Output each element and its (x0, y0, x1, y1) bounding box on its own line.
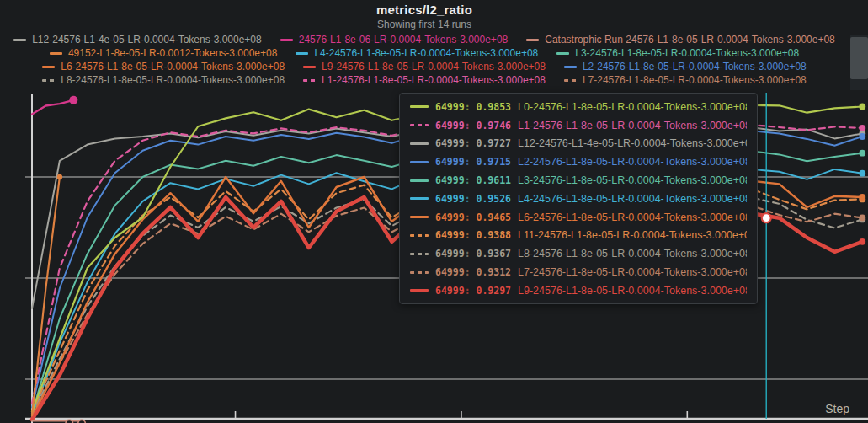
tooltip-run-name: L2-24576-L1-8e-05-LR-0.0004-Tokens-3.000… (518, 156, 747, 168)
tooltip-row: 64999: 0.9746L1-24576-L1-8e-05-LR-0.0004… (410, 116, 747, 135)
legend-item[interactable]: Catastrophic Run 24576-L1-8e-05-LR-0.000… (526, 34, 835, 46)
series-end-dot (859, 125, 865, 131)
tooltip-swatch-icon (410, 197, 429, 200)
tooltip-run-name: L6-24576-L1-8e-05-LR-0.0004-Tokens-3.000… (518, 212, 747, 223)
legend-scrollbar-thumb[interactable] (850, 37, 868, 79)
tooltip-row: 64999: 0.9367L8-24576-L1-8e-05-LR-0.0004… (410, 244, 747, 263)
legend-row: 49152-L1-8e-05-LR-0.0012-Tokens-3.000e+0… (0, 46, 849, 60)
tooltip-swatch-icon (410, 289, 429, 292)
series-end-dot (859, 238, 865, 245)
tooltip-row: 64999: 0.9715L2-24576-L1-8e-05-LR-0.0004… (410, 153, 747, 171)
legend-item[interactable]: L4-24576-L1-8e-05-LR-0.0004-Tokens-3.000… (296, 47, 538, 59)
legend-swatch-icon (50, 52, 62, 55)
legend-swatch-icon (556, 52, 569, 55)
tooltip-run-name: L1-24576-L1-8e-05-LR-0.0004-Tokens-3.000… (518, 120, 747, 131)
series-end-dot (859, 215, 865, 222)
legend-item[interactable]: L8-24576-L1-8e-05-LR-0.0004-Tokens-3.000… (42, 74, 285, 86)
legend-swatch-icon (296, 52, 308, 55)
metrics-panel: metrics/l2_ratio Showing first 14 runs L… (0, 0, 868, 423)
legend-label: L8-24576-L1-8e-05-LR-0.0004-Tokens-3.000… (61, 74, 285, 86)
tooltip-run-name: L0-24576-L1-8e-05-LR-0.0004-Tokens-3.000… (518, 101, 747, 113)
tooltip-row: 64999: 0.9388L11-24576-L1-8e-05-LR-0.000… (410, 227, 747, 245)
tooltip-run-name: L8-24576-L1-8e-05-LR-0.0004-Tokens-3.000… (518, 248, 747, 260)
tooltip-swatch-icon (410, 142, 429, 145)
tooltip-run-name: L4-24576-L1-8e-05-LR-0.0004-Tokens-3.000… (518, 193, 747, 205)
tooltip-swatch-icon (410, 105, 429, 108)
tooltip-run-name: L12-24576-L1-4e-05-LR-0.0004-Tokens-3.00… (518, 137, 747, 149)
tooltip-step-value: 64999: 0.9388 (435, 229, 511, 241)
legend-swatch-icon (564, 79, 577, 82)
tooltip-step-value: 64999: 0.9312 (435, 266, 511, 278)
tooltip-step-value: 64999: 0.9853 (435, 101, 511, 113)
tooltip-swatch-icon (410, 253, 429, 255)
legend-label: L9-24576-L1-8e-05-LR-0.0004-Tokens-3.000… (322, 61, 546, 72)
hover-tooltip: 64999: 0.9853L0-24576-L1-8e-05-LR-0.0004… (399, 93, 758, 304)
tooltip-step-value: 64999: 0.9526 (435, 193, 511, 205)
legend-item[interactable]: L12-24576-L1-4e-05-LR-0.0004-Tokens-3.00… (13, 34, 262, 46)
legend-label: 24576-L1-8e-06-LR-0.0004-Tokens-3.000e+0… (299, 34, 509, 46)
tooltip-step-value: 64999: 0.9715 (435, 156, 511, 168)
tooltip-swatch-icon (410, 179, 429, 182)
series-end-dot (859, 133, 865, 140)
tooltip-row: 64999: 0.9297L9-24576-L1-8e-05-LR-0.0004… (410, 281, 747, 300)
legend-item[interactable]: L3-24576-L1-8e-05-LR-0.0004-Tokens-3.000… (556, 47, 799, 59)
legend-item[interactable]: L9-24576-L1-8e-05-LR-0.0004-Tokens-3.000… (303, 61, 546, 72)
legend-swatch-icon (526, 39, 539, 41)
tooltip-row: 64999: 0.9465L6-24576-L1-8e-05-LR-0.0004… (410, 208, 747, 227)
tooltip-step-value: 64999: 0.9297 (435, 285, 511, 297)
tooltip-run-name: L9-24576-L1-8e-05-LR-0.0004-Tokens-3.000… (518, 285, 747, 297)
series-end-dot (69, 96, 77, 104)
legend-label: L4-24576-L1-8e-05-LR-0.0004-Tokens-3.000… (314, 47, 538, 59)
series-line (32, 100, 73, 115)
tooltip-row: 64999: 0.9727L12-24576-L1-4e-05-LR-0.000… (410, 135, 747, 153)
legend-item[interactable]: 24576-L1-8e-06-LR-0.0004-Tokens-3.000e+0… (280, 34, 509, 46)
x-axis-label: Step (825, 402, 849, 415)
tooltip-run-name: L11-24576-L1-8e-05-LR-0.0004-Tokens-3.00… (518, 229, 747, 241)
legend-label: L6-24576-L1-8e-05-LR-0.0004-Tokens-3.000… (61, 61, 285, 72)
legend-swatch-icon (564, 66, 577, 68)
legend-label: L1-24576-L1-8e-05-LR-0.0004-Tokens-3.000… (322, 74, 546, 86)
hovered-point[interactable] (762, 213, 771, 222)
tooltip-step-value: 64999: 0.9746 (435, 120, 511, 131)
tooltip-swatch-icon (410, 216, 429, 218)
tooltip-swatch-icon (410, 234, 429, 237)
series-point-marker (78, 420, 86, 423)
legend-item[interactable]: L1-24576-L1-8e-05-LR-0.0004-Tokens-3.000… (303, 74, 546, 86)
tooltip-swatch-icon (410, 271, 429, 274)
legend-item[interactable]: L2-24576-L1-8e-05-LR-0.0004-Tokens-3.000… (564, 61, 807, 72)
legend-row: L6-24576-L1-8e-05-LR-0.0004-Tokens-3.000… (0, 60, 849, 73)
legend-swatch-icon (13, 39, 26, 41)
legend-item[interactable]: 49152-L1-8e-05-LR-0.0012-Tokens-3.000e+0… (50, 47, 278, 59)
legend-label: L7-24576-L1-8e-05-LR-0.0004-Tokens-3.000… (583, 74, 807, 86)
tooltip-step-value: 64999: 0.9727 (435, 137, 511, 149)
legend-swatch-icon (280, 39, 293, 41)
legend-label: L2-24576-L1-8e-05-LR-0.0004-Tokens-3.000… (583, 61, 807, 72)
legend-row: L12-24576-L1-4e-05-LR-0.0004-Tokens-3.00… (0, 33, 849, 46)
legend-swatch-icon (42, 79, 55, 82)
legend-label: 49152-L1-8e-05-LR-0.0012-Tokens-3.000e+0… (68, 47, 278, 59)
series-point-marker (66, 420, 73, 423)
series-end-dot (859, 104, 865, 110)
legend-item[interactable]: L6-24576-L1-8e-05-LR-0.0004-Tokens-3.000… (42, 61, 285, 72)
legend-swatch-icon (303, 79, 316, 82)
tooltip-step-value: 64999: 0.9367 (435, 248, 511, 260)
tooltip-step-value: 64999: 0.9611 (435, 174, 511, 186)
tooltip-row: 64999: 0.9312L7-24576-L1-8e-05-LR-0.0004… (410, 263, 747, 281)
tooltip-row: 64999: 0.9853L0-24576-L1-8e-05-LR-0.0004… (410, 98, 747, 116)
tooltip-swatch-icon (410, 161, 429, 163)
legend-label: L12-24576-L1-4e-05-LR-0.0004-Tokens-3.00… (32, 34, 262, 46)
legend-label: L3-24576-L1-8e-05-LR-0.0004-Tokens-3.000… (575, 47, 799, 59)
legend-row: L8-24576-L1-8e-05-LR-0.0004-Tokens-3.000… (0, 73, 849, 87)
tooltip-row: 64999: 0.9611L3-24576-L1-8e-05-LR-0.0004… (410, 171, 747, 190)
page-title: metrics/l2_ratio (0, 3, 849, 17)
chart-subtitle: Showing first 14 runs (0, 19, 849, 30)
series-end-dot (859, 150, 865, 157)
tooltip-swatch-icon (410, 124, 429, 126)
legend-scrollbar-track[interactable] (850, 35, 868, 90)
series-end-dot (57, 174, 62, 179)
tooltip-step-value: 64999: 0.9465 (435, 212, 511, 223)
legend-item[interactable]: L7-24576-L1-8e-05-LR-0.0004-Tokens-3.000… (564, 74, 807, 86)
tooltip-row: 64999: 0.9526L4-24576-L1-8e-05-LR-0.0004… (410, 190, 747, 208)
legend: L12-24576-L1-4e-05-LR-0.0004-Tokens-3.00… (0, 33, 849, 87)
series-end-dot (859, 194, 865, 201)
